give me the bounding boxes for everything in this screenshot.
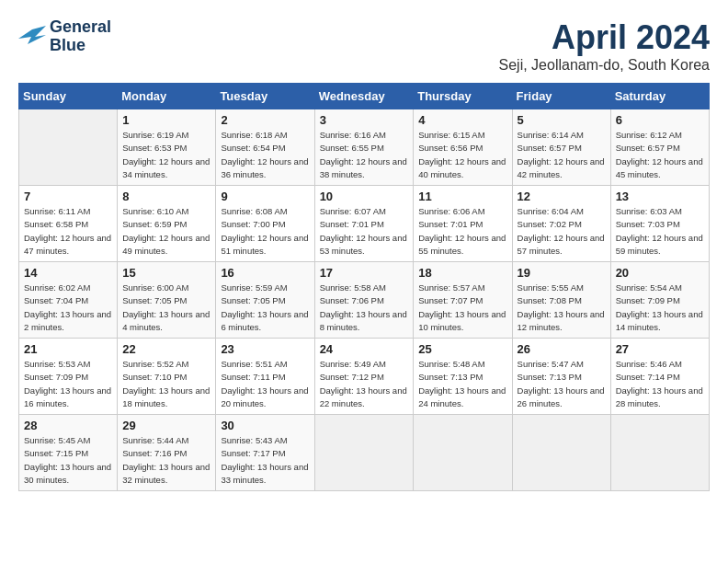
calendar-cell: 23 Sunrise: 5:51 AM Sunset: 7:11 PM Dayl… (216, 339, 314, 415)
day-info: Sunrise: 6:15 AM Sunset: 6:56 PM Dayligh… (418, 129, 506, 181)
weekday-header-cell: Thursday (414, 84, 512, 109)
weekday-header-row: SundayMondayTuesdayWednesdayThursdayFrid… (19, 84, 710, 109)
sunset-text: Sunset: 7:09 PM (24, 372, 88, 382)
calendar-table: SundayMondayTuesdayWednesdayThursdayFrid… (18, 83, 710, 491)
day-info: Sunrise: 6:03 AM Sunset: 7:03 PM Dayligh… (616, 205, 704, 258)
day-info: Sunrise: 5:48 AM Sunset: 7:13 PM Dayligh… (418, 358, 506, 410)
sunrise-text: Sunrise: 6:06 AM (418, 206, 484, 216)
sunrise-text: Sunrise: 5:48 AM (418, 359, 484, 369)
daylight-text: Daylight: 13 hours and 28 minutes. (616, 385, 703, 408)
logo-icon (18, 26, 46, 48)
calendar-cell: 28 Sunrise: 5:45 AM Sunset: 7:15 PM Dayl… (19, 415, 118, 491)
sunset-text: Sunset: 7:04 PM (24, 295, 88, 305)
calendar-cell: 18 Sunrise: 5:57 AM Sunset: 7:07 PM Dayl… (414, 262, 512, 339)
day-info: Sunrise: 6:00 AM Sunset: 7:05 PM Dayligh… (122, 282, 210, 334)
day-info: Sunrise: 5:57 AM Sunset: 7:07 PM Dayligh… (418, 282, 506, 334)
day-number: 11 (418, 190, 506, 203)
sunrise-text: Sunrise: 5:59 AM (221, 282, 287, 293)
day-info: Sunrise: 5:59 AM Sunset: 7:05 PM Dayligh… (221, 282, 309, 334)
sunset-text: Sunset: 7:05 PM (122, 295, 187, 305)
day-number: 30 (221, 419, 309, 432)
daylight-text: Daylight: 12 hours and 38 minutes. (320, 156, 407, 179)
weekday-header-cell: Friday (512, 84, 610, 109)
calendar-cell (610, 415, 709, 491)
daylight-text: Daylight: 13 hours and 10 minutes. (418, 309, 506, 332)
day-info: Sunrise: 5:55 AM Sunset: 7:08 PM Dayligh… (518, 282, 606, 334)
daylight-text: Daylight: 13 hours and 12 minutes. (518, 309, 605, 332)
daylight-text: Daylight: 13 hours and 2 minutes. (24, 309, 111, 332)
calendar-cell: 19 Sunrise: 5:55 AM Sunset: 7:08 PM Dayl… (512, 262, 610, 339)
day-number: 20 (616, 266, 704, 280)
sunset-text: Sunset: 7:15 PM (24, 448, 88, 458)
calendar-cell: 11 Sunrise: 6:06 AM Sunset: 7:01 PM Dayl… (414, 186, 512, 262)
calendar-cell: 1 Sunrise: 6:19 AM Sunset: 6:53 PM Dayli… (118, 109, 216, 186)
day-info: Sunrise: 6:18 AM Sunset: 6:54 PM Dayligh… (221, 129, 309, 181)
day-info: Sunrise: 5:52 AM Sunset: 7:10 PM Dayligh… (122, 358, 210, 410)
sunrise-text: Sunrise: 6:02 AM (24, 282, 90, 293)
month-title: April 2024 (499, 18, 710, 57)
day-number: 6 (616, 113, 704, 127)
calendar-cell (512, 415, 610, 491)
daylight-text: Daylight: 12 hours and 53 minutes. (320, 233, 407, 256)
calendar-cell: 30 Sunrise: 5:43 AM Sunset: 7:17 PM Dayl… (216, 415, 314, 491)
sunrise-text: Sunrise: 5:49 AM (320, 359, 386, 369)
sunset-text: Sunset: 7:05 PM (221, 295, 285, 305)
weekday-header-cell: Tuesday (216, 84, 314, 109)
sunrise-text: Sunrise: 6:15 AM (418, 130, 484, 140)
daylight-text: Daylight: 12 hours and 47 minutes. (24, 233, 111, 256)
daylight-text: Daylight: 12 hours and 57 minutes. (518, 233, 605, 256)
sunset-text: Sunset: 7:13 PM (418, 372, 483, 382)
sunrise-text: Sunrise: 6:10 AM (122, 206, 188, 216)
daylight-text: Daylight: 13 hours and 24 minutes. (418, 385, 506, 408)
sunset-text: Sunset: 7:12 PM (320, 372, 384, 382)
logo: General Blue (18, 18, 111, 55)
day-number: 4 (418, 113, 506, 127)
sunrise-text: Sunrise: 6:18 AM (221, 130, 287, 140)
weekday-header-cell: Monday (118, 84, 216, 109)
day-number: 14 (24, 266, 112, 280)
sunrise-text: Sunrise: 5:58 AM (320, 282, 386, 293)
logo-line2: Blue (50, 37, 111, 55)
sunset-text: Sunset: 7:01 PM (418, 219, 483, 229)
calendar-cell: 22 Sunrise: 5:52 AM Sunset: 7:10 PM Dayl… (118, 339, 216, 415)
sunrise-text: Sunrise: 6:00 AM (122, 282, 188, 293)
calendar-cell: 6 Sunrise: 6:12 AM Sunset: 6:57 PM Dayli… (610, 109, 709, 186)
day-info: Sunrise: 6:12 AM Sunset: 6:57 PM Dayligh… (616, 129, 704, 181)
sunrise-text: Sunrise: 6:03 AM (616, 206, 682, 216)
weekday-header-cell: Saturday (610, 84, 709, 109)
daylight-text: Daylight: 13 hours and 18 minutes. (122, 385, 210, 408)
calendar-cell: 13 Sunrise: 6:03 AM Sunset: 7:03 PM Dayl… (610, 186, 709, 262)
calendar-week-row: 1 Sunrise: 6:19 AM Sunset: 6:53 PM Dayli… (19, 109, 710, 186)
day-number: 28 (24, 419, 112, 432)
sunrise-text: Sunrise: 6:04 AM (518, 206, 584, 216)
sunset-text: Sunset: 6:58 PM (24, 219, 88, 229)
sunset-text: Sunset: 7:11 PM (221, 372, 285, 382)
sunrise-text: Sunrise: 5:57 AM (418, 282, 484, 293)
day-info: Sunrise: 6:07 AM Sunset: 7:01 PM Dayligh… (320, 205, 409, 258)
daylight-text: Daylight: 13 hours and 16 minutes. (24, 385, 111, 408)
daylight-text: Daylight: 13 hours and 22 minutes. (320, 385, 407, 408)
calendar-cell: 25 Sunrise: 5:48 AM Sunset: 7:13 PM Dayl… (414, 339, 512, 415)
sunset-text: Sunset: 7:10 PM (122, 372, 187, 382)
calendar-week-row: 28 Sunrise: 5:45 AM Sunset: 7:15 PM Dayl… (19, 415, 710, 491)
calendar-week-row: 21 Sunrise: 5:53 AM Sunset: 7:09 PM Dayl… (19, 339, 710, 415)
day-info: Sunrise: 5:47 AM Sunset: 7:13 PM Dayligh… (518, 358, 606, 410)
calendar-cell: 5 Sunrise: 6:14 AM Sunset: 6:57 PM Dayli… (512, 109, 610, 186)
daylight-text: Daylight: 13 hours and 8 minutes. (320, 309, 407, 332)
day-number: 21 (24, 342, 112, 356)
day-info: Sunrise: 5:58 AM Sunset: 7:06 PM Dayligh… (320, 282, 409, 334)
daylight-text: Daylight: 13 hours and 6 minutes. (221, 309, 308, 332)
day-info: Sunrise: 5:45 AM Sunset: 7:15 PM Dayligh… (24, 434, 112, 487)
calendar-cell: 7 Sunrise: 6:11 AM Sunset: 6:58 PM Dayli… (19, 186, 118, 262)
sunset-text: Sunset: 7:14 PM (616, 372, 680, 382)
sunrise-text: Sunrise: 5:47 AM (518, 359, 584, 369)
calendar-cell: 4 Sunrise: 6:15 AM Sunset: 6:56 PM Dayli… (414, 109, 512, 186)
day-number: 12 (518, 190, 606, 203)
sunset-text: Sunset: 7:03 PM (616, 219, 680, 229)
sunset-text: Sunset: 7:01 PM (320, 219, 384, 229)
daylight-text: Daylight: 12 hours and 55 minutes. (418, 233, 506, 256)
day-info: Sunrise: 5:44 AM Sunset: 7:16 PM Dayligh… (122, 434, 210, 487)
day-info: Sunrise: 6:06 AM Sunset: 7:01 PM Dayligh… (418, 205, 506, 258)
calendar-cell: 21 Sunrise: 5:53 AM Sunset: 7:09 PM Dayl… (19, 339, 118, 415)
daylight-text: Daylight: 13 hours and 4 minutes. (122, 309, 210, 332)
